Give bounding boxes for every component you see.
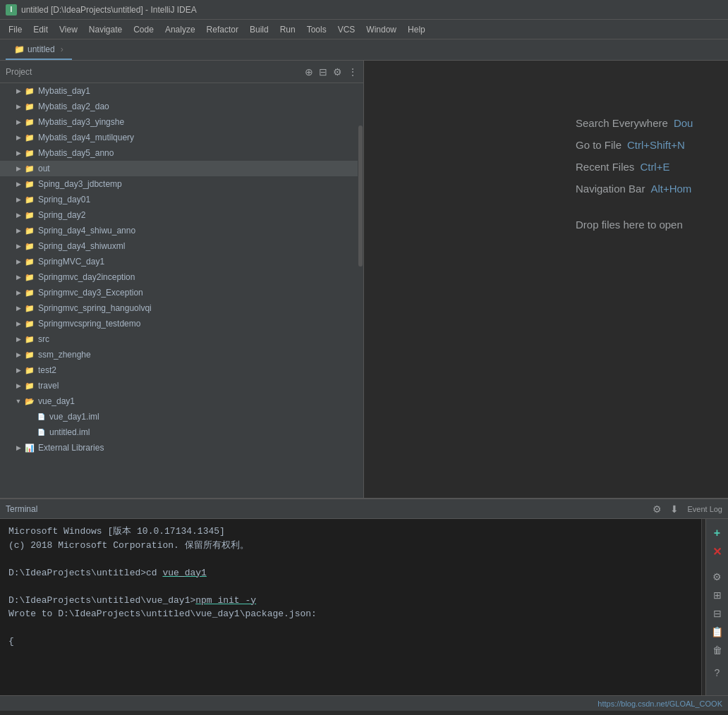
menu-code[interactable]: Code — [128, 22, 159, 37]
terminal-sidebar: + ✕ ⚙ ⊞ ⊟ 📋 🗑 ? — [705, 519, 728, 695]
search-everywhere-label: Search Everywhere — [576, 117, 668, 129]
tab-separator: › — [61, 44, 63, 54]
tree-item-mybatis-day1[interactable]: ▶ 📁 Mybatis_day1 — [0, 83, 358, 99]
main-content: Project ⊕ ⊟ ⚙ ⋮ ▶ 📁 Mybatis_day1 ▶ 📁 Myb… — [0, 61, 728, 498]
tree-item-springmvc-day2[interactable]: ▶ 📁 Springmvc_day2inception — [0, 269, 358, 285]
tree-arrow: ▶ — [14, 335, 23, 343]
tree-item-out[interactable]: ▶ 📁 out — [0, 161, 358, 176]
tree-label: Spring_day4_shiwu_anno — [38, 226, 135, 236]
collapse-all-icon[interactable]: ⊟ — [319, 66, 327, 78]
terminal-output[interactable]: Microsoft Windows [版本 10.0.17134.1345] (… — [0, 519, 701, 695]
tree-label: Mybatis_day5_anno — [38, 148, 114, 158]
tree-item-src[interactable]: ▶ 📁 src — [0, 331, 358, 347]
tree-arrow: ▶ — [14, 288, 23, 297]
go-to-file-label: Go to File — [576, 139, 621, 151]
tree-item-mybatis-day5[interactable]: ▶ 📁 Mybatis_day5_anno — [0, 145, 358, 161]
recent-files-hint: Recent Files Ctrl+E — [576, 161, 693, 173]
menu-help[interactable]: Help — [402, 22, 431, 37]
tree-label: Springmvc_day2inception — [38, 272, 135, 282]
editor-area: Search Everywhere Dou Go to File Ctrl+Sh… — [364, 61, 728, 498]
terminal-line: (c) 2018 Microsoft Corporation. 保留所有权利。 — [8, 539, 693, 553]
tree-item-external-libs[interactable]: ▶ 📊 External Libraries — [0, 440, 358, 456]
settings-icon[interactable]: ⚙ — [333, 66, 342, 78]
terminal-icon-3[interactable]: ⊟ — [709, 605, 726, 622]
tree-label: vue_day1.iml — [49, 412, 99, 422]
tree-arrow: ▶ — [14, 444, 23, 452]
status-url[interactable]: https://blog.csdn.net/GLOAL_COOK — [597, 699, 722, 708]
terminal-icon-1[interactable]: ⚙ — [709, 568, 726, 585]
terminal-close-session-icon[interactable]: ✕ — [709, 543, 726, 560]
tree-item-spring-day2[interactable]: ▶ 📁 Spring_day2 — [0, 207, 358, 223]
tree-label: test2 — [38, 365, 56, 375]
tree-arrow: ▶ — [14, 366, 23, 374]
terminal-icon-help[interactable]: ? — [709, 664, 726, 681]
menu-run[interactable]: Run — [274, 22, 301, 37]
add-module-icon[interactable]: ⊕ — [305, 66, 313, 78]
tree-item-mybatis-day4[interactable]: ▶ 📁 Mybatis_day4_mutilquery — [0, 130, 358, 145]
folder-icon: 📁 — [24, 318, 35, 329]
scrollbar-thumb[interactable] — [358, 126, 363, 267]
tree-arrow: ▶ — [14, 226, 23, 235]
tree-item-ssm[interactable]: ▶ 📁 ssm_zhenghe — [0, 347, 358, 362]
folder-icon: 📁 — [24, 334, 35, 345]
tree-arrow: ▼ — [14, 397, 23, 405]
terminal-icon-4[interactable]: 📋 — [709, 623, 726, 640]
tree-label: travel — [38, 381, 59, 391]
tree-item-test2[interactable]: ▶ 📁 test2 — [0, 362, 358, 378]
tree-arrow: ▶ — [14, 195, 23, 204]
tree-item-spring-day4-xml[interactable]: ▶ 📁 Spring_day4_shiwuxml — [0, 238, 358, 254]
tree-item-vue-day1[interactable]: ▼ 📂 vue_day1 — [0, 393, 358, 409]
menu-tools[interactable]: Tools — [301, 22, 332, 37]
menu-analyze[interactable]: Analyze — [159, 22, 201, 37]
terminal-line: Microsoft Windows [版本 10.0.17134.1345] — [8, 525, 693, 539]
folder-icon: 📁 — [24, 287, 35, 298]
menu-view[interactable]: View — [54, 22, 83, 37]
go-to-file-hint: Go to File Ctrl+Shift+N — [576, 139, 693, 151]
menu-file[interactable]: File — [3, 22, 28, 37]
tree-item-springmvc-spring[interactable]: ▶ 📁 Springmvc_spring_hanguolvqi — [0, 300, 358, 316]
tree-item-spring-day4-anno[interactable]: ▶ 📁 Spring_day4_shiwu_anno — [0, 223, 358, 238]
tree-arrow: ▶ — [14, 164, 23, 173]
tree-arrow: ▶ — [14, 211, 23, 219]
folder-icon: 📁 — [24, 132, 35, 143]
tree-label: External Libraries — [38, 443, 104, 453]
tree-item-untitled-iml[interactable]: ▶ 📄 untitled.iml — [0, 424, 358, 440]
terminal-icon-5[interactable]: 🗑 — [709, 642, 726, 659]
menu-build[interactable]: Build — [244, 22, 274, 37]
tree-item-mybatis-day2[interactable]: ▶ 📁 Mybatis_day2_dao — [0, 99, 358, 114]
folder-icon: 📁 — [24, 101, 35, 112]
menu-navigate[interactable]: Navigate — [83, 22, 128, 37]
tab-icon: 📁 — [14, 44, 25, 54]
terminal-add-session-icon[interactable]: + — [709, 525, 726, 542]
tree-label: Mybatis_day4_mutilquery — [38, 133, 134, 142]
tree-item-mybatis-day3[interactable]: ▶ 📁 Mybatis_day3_yingshe — [0, 114, 358, 130]
tree-label: Sping_day3_jdbctemp — [38, 179, 122, 189]
tab-untitled[interactable]: 📁 untitled › — [6, 40, 72, 60]
options-icon[interactable]: ⋮ — [348, 66, 358, 78]
tree-item-springmvc-day3[interactable]: ▶ 📁 Springmvc_day3_Exception — [0, 285, 358, 300]
menu-vcs[interactable]: VCS — [332, 22, 361, 37]
menu-edit[interactable]: Edit — [28, 22, 54, 37]
term-cmd: cd vue_day1 — [146, 568, 207, 578]
recent-files-label: Recent Files — [576, 161, 634, 173]
terminal-header: Terminal ⚙ ⬇ Event Log — [0, 499, 728, 519]
tree-item-vue-day1-iml[interactable]: ▶ 📄 vue_day1.iml — [0, 409, 358, 424]
settings-gear-icon[interactable]: ⚙ — [650, 502, 665, 516]
menu-window[interactable]: Window — [360, 22, 402, 37]
download-icon[interactable]: ⬇ — [667, 502, 681, 516]
tree-arrow: ▶ — [14, 350, 23, 359]
tree-item-springmvcspring-test[interactable]: ▶ 📁 Springmvcspring_testdemo — [0, 316, 358, 331]
shortcut-hints: Search Everywhere Dou Go to File Ctrl+Sh… — [576, 117, 693, 231]
tree-item-travel[interactable]: ▶ 📁 travel — [0, 378, 358, 393]
tree-label: Spring_day2 — [38, 210, 85, 220]
menu-refactor[interactable]: Refactor — [201, 22, 244, 37]
terminal-icon-2[interactable]: ⊞ — [709, 587, 726, 604]
tree-item-spring-day01[interactable]: ▶ 📁 Spring_day01 — [0, 192, 358, 207]
tree-item-sping-day3[interactable]: ▶ 📁 Sping_day3_jdbctemp — [0, 176, 358, 192]
terminal-line — [8, 552, 693, 566]
vertical-scrollbar[interactable] — [358, 83, 363, 498]
event-log-tab[interactable]: Event Log — [687, 505, 722, 513]
tree-arrow: ▶ — [14, 304, 23, 312]
tree-item-springmvc-day1[interactable]: ▶ 📁 SpringMVC_day1 — [0, 254, 358, 269]
terminal-line — [8, 580, 693, 594]
